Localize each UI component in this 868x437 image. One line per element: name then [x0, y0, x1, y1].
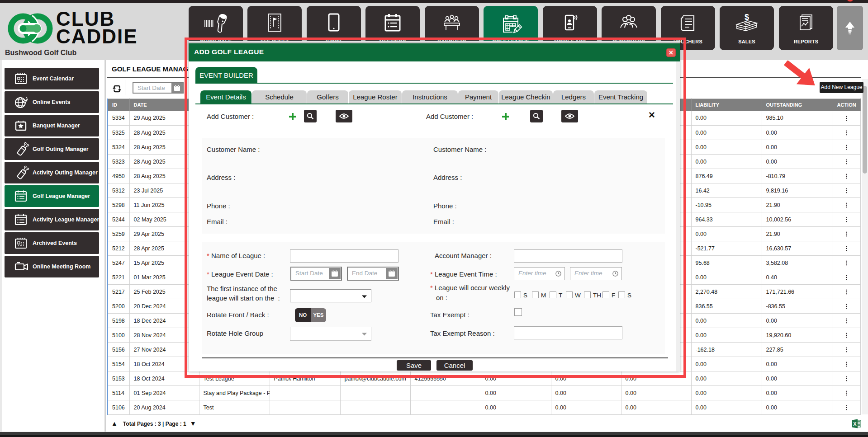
svg-text:$: $ — [745, 13, 749, 22]
svg-text:X: X — [853, 421, 857, 427]
